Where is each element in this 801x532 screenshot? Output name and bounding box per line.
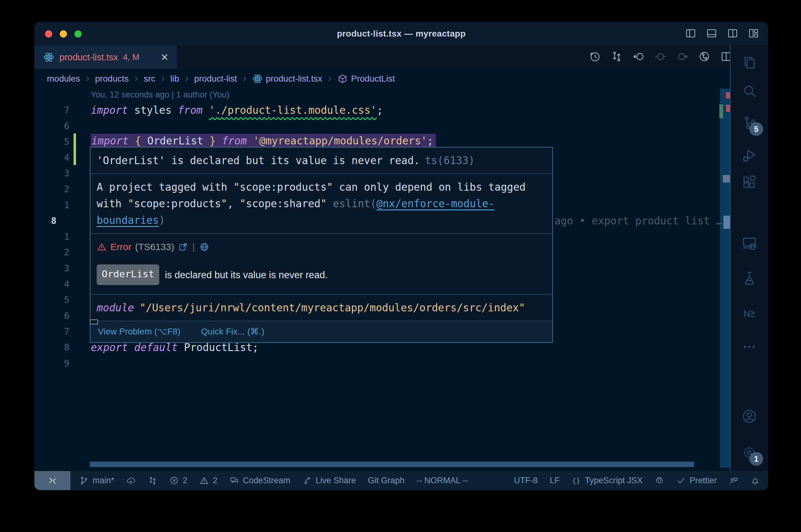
chevron-right-icon	[132, 75, 140, 82]
activity-files-icon[interactable]	[741, 54, 758, 71]
activity-debug-icon[interactable]	[741, 147, 758, 164]
git-branch-icon	[79, 476, 89, 486]
quick-fix-action[interactable]: Quick Fix... (⌘.)	[201, 326, 265, 337]
line-number: 5	[34, 292, 70, 308]
vscode-window: product-list.tsx — myreactapp product-li…	[34, 22, 768, 490]
status-git-graph[interactable]: Git Graph	[368, 476, 404, 486]
breadcrumb-item[interactable]: products	[95, 74, 129, 84]
layout-sidebar-right-button[interactable]	[727, 27, 739, 40]
titlebar-actions	[685, 27, 759, 40]
activity-account-icon[interactable]	[741, 408, 758, 424]
prev-change-button[interactable]	[654, 50, 667, 64]
status-prettier[interactable]: Prettier	[676, 476, 717, 486]
line-number: 6	[34, 118, 70, 134]
overview-ruler[interactable]	[720, 89, 730, 468]
breadcrumb-item[interactable]: product-list	[194, 74, 237, 84]
module-path: "/Users/juri/nrwl/content/myreactapp/mod…	[140, 300, 525, 316]
chevron-right-icon	[326, 75, 333, 82]
next-change-button[interactable]	[676, 50, 689, 64]
compare-changes-icon	[148, 476, 158, 486]
line-number: 2	[34, 181, 70, 197]
line-number: 1	[34, 229, 70, 245]
modified-mark	[719, 104, 723, 118]
zoom-window-button[interactable]	[74, 30, 82, 38]
status-compare-changes[interactable]	[148, 476, 158, 486]
activity-remote-explorer-icon[interactable]	[741, 235, 758, 251]
line-number: 4	[34, 150, 70, 166]
status-copilot[interactable]	[655, 476, 664, 486]
activity-search-icon[interactable]	[741, 83, 758, 99]
line-number: 3	[34, 165, 70, 181]
status-normal[interactable]: -- NORMAL --	[416, 476, 468, 486]
status-cloud-upload[interactable]	[126, 476, 136, 486]
line-number: 6	[34, 308, 70, 324]
modified-gutter-indicator	[74, 133, 76, 165]
bell-icon	[750, 476, 760, 486]
braces-icon: {}	[571, 476, 581, 486]
layout-customize-button[interactable]	[748, 27, 759, 40]
status-2[interactable]: 2	[199, 476, 217, 486]
close-window-button[interactable]	[45, 30, 52, 38]
cloud-upload-icon	[126, 476, 136, 486]
activity-nx-console-icon[interactable]	[741, 305, 758, 322]
cursor-mark	[723, 175, 730, 183]
editor-surface[interactable]: You, 12 seconds ago | 1 author (You) 765…	[34, 89, 730, 471]
minimize-window-button[interactable]	[60, 30, 67, 38]
horizontal-scrollbar[interactable]	[90, 462, 694, 467]
status-live-share[interactable]: Live Share	[302, 476, 356, 486]
status-feedback[interactable]	[729, 476, 739, 486]
status-main[interactable]: main*	[79, 476, 114, 486]
error-mark	[726, 92, 730, 98]
status-utf-8[interactable]: UTF-8	[514, 476, 538, 486]
chip-message: is declared but its value is never read.	[165, 267, 328, 283]
status-lf[interactable]: LF	[550, 476, 560, 486]
activity-settings-gear-icon[interactable]: 1	[741, 444, 758, 461]
line-number: 8	[34, 339, 70, 355]
open-changes-button[interactable]	[632, 50, 645, 64]
layout-panel-button[interactable]	[706, 27, 717, 40]
git-graph-button[interactable]	[698, 50, 711, 64]
symbol-box-icon	[337, 73, 348, 84]
activity-testing-icon[interactable]	[741, 270, 758, 286]
error-mark	[726, 105, 730, 112]
svg-text:{}: {}	[572, 477, 580, 484]
compare-changes-button[interactable]	[611, 50, 623, 64]
breadcrumb-item[interactable]: product-list.tsx	[252, 73, 323, 84]
breadcrumb-item[interactable]: modules	[47, 74, 80, 84]
tab-bar: product-list.tsx 4, M ✕	[34, 46, 768, 69]
error-code: (TS6133)	[135, 239, 174, 255]
external-link-icon[interactable]	[178, 242, 188, 252]
code-line[interactable]: import styles from './product-list.modul…	[91, 102, 383, 118]
feedback-icon	[729, 476, 739, 486]
remote-indicator[interactable]	[34, 471, 70, 490]
breadcrumb-item[interactable]: lib	[170, 74, 179, 84]
history-button[interactable]	[588, 50, 601, 64]
globe-icon[interactable]	[199, 242, 209, 252]
layout-sidebar-left-button[interactable]	[685, 27, 696, 40]
line-number: 3	[34, 260, 70, 276]
error-severity-label: Error	[110, 239, 131, 255]
scrollbar-slider[interactable]	[723, 216, 730, 229]
view-problem-action[interactable]: View Problem (⌥F8)	[98, 326, 181, 337]
warning-triangle-icon	[97, 242, 107, 252]
titlebar[interactable]: product-list.tsx — myreactapp	[34, 22, 768, 46]
breadcrumb-item[interactable]: src	[144, 74, 155, 84]
line-number: 8	[34, 213, 70, 229]
eslint-source-close: )	[159, 214, 165, 226]
close-tab-icon[interactable]: ✕	[161, 52, 169, 63]
hover-resize-handle[interactable]	[90, 320, 98, 324]
activity-extensions-icon[interactable]	[741, 174, 758, 190]
line-number: 7	[34, 102, 70, 118]
breadcrumb-item[interactable]: ProductList	[337, 73, 395, 84]
status-2[interactable]: 2	[169, 476, 187, 486]
activity-source-control-icon[interactable]: 5	[741, 115, 758, 131]
hover-error-detail: Error(TS6133) | OrderList is declared bu…	[90, 233, 552, 294]
status-bell[interactable]	[750, 476, 760, 486]
codestream-icon	[229, 476, 239, 486]
status-typescript-jsx[interactable]: {}TypeScript JSX	[571, 476, 643, 486]
tab-product-list[interactable]: product-list.tsx 4, M ✕	[34, 46, 177, 69]
hover-module-path: module "/Users/juri/nrwl/content/myreact…	[90, 294, 552, 321]
tab-dirty-badge: 4, M	[123, 53, 140, 62]
status-codestream[interactable]: CodeStream	[229, 476, 290, 486]
activity-more-icon[interactable]	[741, 339, 758, 355]
